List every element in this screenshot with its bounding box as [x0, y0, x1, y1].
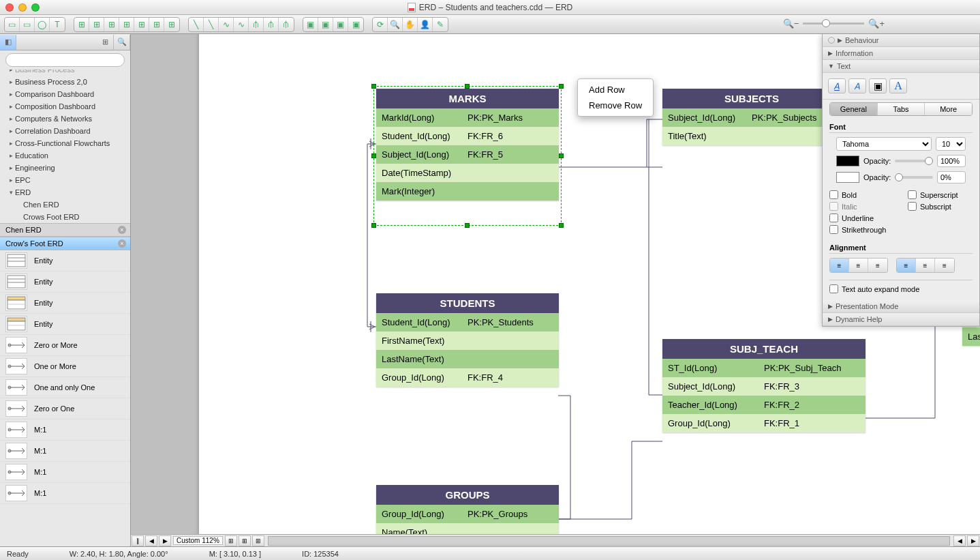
entity-row[interactable]: Subject_Id(Long)FK:FR_3	[662, 377, 866, 396]
zoom-out-icon[interactable]: 🔍−	[783, 18, 799, 29]
section-presentation[interactable]: ▶Presentation Mode	[823, 300, 979, 313]
font-family-select[interactable]: Tahoma	[836, 137, 932, 151]
text-tool-box-icon[interactable]: ▣	[869, 78, 887, 93]
entity-row[interactable]: Date(TimeStamp)	[376, 164, 559, 182]
stencil-tab-crows-foot[interactable]: Crow's Foot ERD×	[0, 237, 130, 250]
tree-item[interactable]: Computers & Networks	[15, 115, 92, 123]
tool-conn-1[interactable]: ╲	[189, 18, 204, 31]
tool-view-3[interactable]: ✋	[403, 18, 418, 31]
tool-layer-1[interactable]: ▣	[303, 18, 318, 31]
tool-ellipse[interactable]: ◯	[35, 18, 50, 31]
tool-layer-4[interactable]: ▣	[348, 18, 363, 31]
stencil-item[interactable]: M:1	[0, 441, 130, 462]
tab-general[interactable]: General	[830, 103, 878, 115]
tool-align-1[interactable]: ⊞	[74, 18, 89, 31]
tool-align-6[interactable]: ⊞	[149, 18, 164, 31]
tool-conn-2[interactable]: ╲	[204, 18, 219, 31]
check-text-auto-expand[interactable]	[829, 284, 838, 293]
snap-grid-3[interactable]: ⊞	[252, 535, 264, 546]
entity-row[interactable]: Teacher_Id(Long)FK:FR_2	[662, 396, 866, 414]
canvas-area[interactable]: MARKS MarkId(Long)PK:PK_MarksStudent_Id(…	[131, 34, 980, 546]
text-tool-underline-icon[interactable]: 𝘈	[828, 78, 846, 93]
check-bold[interactable]	[829, 190, 838, 199]
opacity-stroke-value[interactable]	[937, 171, 966, 183]
tree-item-crows-foot[interactable]: Crows Foot ERD	[23, 213, 80, 221]
entity-row[interactable]: Mark(Integer)	[376, 182, 559, 201]
check-subscript[interactable]	[908, 202, 917, 211]
opacity-slider-fill[interactable]	[895, 160, 933, 162]
tree-item-chen[interactable]: Chen ERD	[23, 201, 59, 209]
entity-row[interactable]: Group_Id(Long)FK:FR_4	[376, 368, 559, 387]
scroll-prev-icon[interactable]: ◀	[145, 535, 157, 546]
stencil-item[interactable]: M:1	[0, 462, 130, 483]
tool-align-4[interactable]: ⊞	[119, 18, 134, 31]
valign-top[interactable]: ≡	[897, 259, 916, 272]
entity-students[interactable]: STUDENTS Student_Id(Long)PK:PK_StudentsF…	[376, 293, 559, 387]
tool-rect[interactable]: ▭	[20, 18, 35, 31]
section-behaviour[interactable]: ▶Behaviour	[823, 34, 979, 47]
section-information[interactable]: ▶Information	[823, 47, 979, 60]
stencil-item[interactable]: Zero or More	[0, 335, 130, 356]
tool-conn-7[interactable]: ⫛	[279, 18, 294, 31]
zoom-slider[interactable]	[803, 23, 864, 25]
hscroll-left-icon[interactable]: ◀	[953, 535, 966, 546]
tool-pointer[interactable]: ▭	[5, 18, 20, 31]
stencil-item[interactable]: Entity	[0, 314, 130, 335]
opacity-fill-value[interactable]	[937, 155, 966, 167]
align-center[interactable]: ≡	[849, 259, 868, 272]
tool-view-4[interactable]: 👤	[418, 18, 433, 31]
entity-row[interactable]: Title(Text)	[662, 127, 841, 145]
stencil-item[interactable]: Entity	[0, 293, 130, 314]
close-icon[interactable]: ×	[118, 239, 126, 248]
zoom-in-icon[interactable]: 🔍+	[868, 18, 885, 29]
tool-align-7[interactable]: ⊞	[164, 18, 179, 31]
stroke-color-swatch[interactable]	[836, 172, 859, 183]
entity-row[interactable]: Group_Id(Long)FK:FR_1	[662, 414, 866, 432]
tree-item[interactable]: Business Process	[15, 70, 74, 74]
valign-bottom[interactable]: ≡	[935, 259, 954, 272]
entity-row[interactable]: Subject_Id(Long)PK:PK_Subjects	[662, 108, 841, 127]
entity-subjects[interactable]: SUBJECTS Subject_Id(Long)PK:PK_SubjectsT…	[662, 89, 841, 145]
tree-item[interactable]: Business Process 2,0	[15, 78, 87, 86]
check-strikethrough[interactable]	[829, 225, 838, 234]
snap-grid-2[interactable]: ⊞	[239, 535, 251, 546]
tree-item-erd[interactable]: ERD	[15, 188, 31, 196]
stencil-item[interactable]: One and only One	[0, 377, 130, 398]
align-left[interactable]: ≡	[830, 259, 849, 272]
zoom-readout[interactable]: Custom 112%	[173, 536, 223, 545]
tree-item[interactable]: Correlation Dashboard	[15, 127, 91, 135]
tree-item[interactable]: Engineering	[15, 164, 55, 172]
hscroll-right-icon[interactable]: ▶	[967, 535, 979, 546]
tab-tabs[interactable]: Tabs	[878, 103, 925, 115]
entity-row[interactable]: LastName(Text)	[962, 327, 980, 346]
tree-item[interactable]: Composition Dashboard	[15, 102, 95, 110]
tool-text[interactable]: T	[50, 18, 65, 31]
entity-row[interactable]: Group_Id(Long)PK:PK_Groups	[376, 505, 559, 523]
tool-conn-3[interactable]: ∿	[219, 18, 234, 31]
tool-align-3[interactable]: ⊞	[104, 18, 119, 31]
check-superscript[interactable]	[908, 190, 917, 199]
tool-conn-4[interactable]: ∿	[234, 18, 249, 31]
valign-middle[interactable]: ≡	[916, 259, 935, 272]
snap-grid-1[interactable]: ⊞	[225, 535, 237, 546]
tree-item[interactable]: EPC	[15, 176, 31, 184]
section-dynamic-help[interactable]: ▶Dynamic Help	[823, 313, 979, 326]
sidebar-tab-grid[interactable]: ⊞	[97, 35, 114, 50]
tree-item[interactable]: Cross-Functional Flowcharts	[15, 139, 110, 147]
entity-subj-teach[interactable]: SUBJ_TEACH ST_Id(Long)PK:PK_Subj_TeachSu…	[662, 339, 866, 432]
sidebar-tab-library[interactable]: ◧	[0, 35, 16, 50]
ctx-add-row[interactable]: Add Row	[578, 82, 653, 98]
tree-item[interactable]: Comparison Dashboard	[15, 90, 94, 98]
library-search-input[interactable]	[5, 53, 125, 67]
text-tool-font-icon[interactable]: A	[889, 78, 907, 93]
stencil-item[interactable]: M:1	[0, 483, 130, 504]
tool-conn-6[interactable]: ⫛	[264, 18, 279, 31]
check-underline[interactable]	[829, 213, 838, 222]
close-icon[interactable]: ×	[118, 226, 126, 234]
sidebar-tab-search[interactable]: 🔍	[114, 35, 130, 50]
entity-row[interactable]: ST_Id(Long)PK:PK_Subj_Teach	[662, 359, 866, 377]
opacity-slider-stroke[interactable]	[895, 176, 933, 179]
section-text[interactable]: ▼Text	[823, 60, 979, 73]
tool-conn-5[interactable]: ⫛	[249, 18, 264, 31]
stencil-tab-chen[interactable]: Chen ERD×	[0, 223, 130, 237]
